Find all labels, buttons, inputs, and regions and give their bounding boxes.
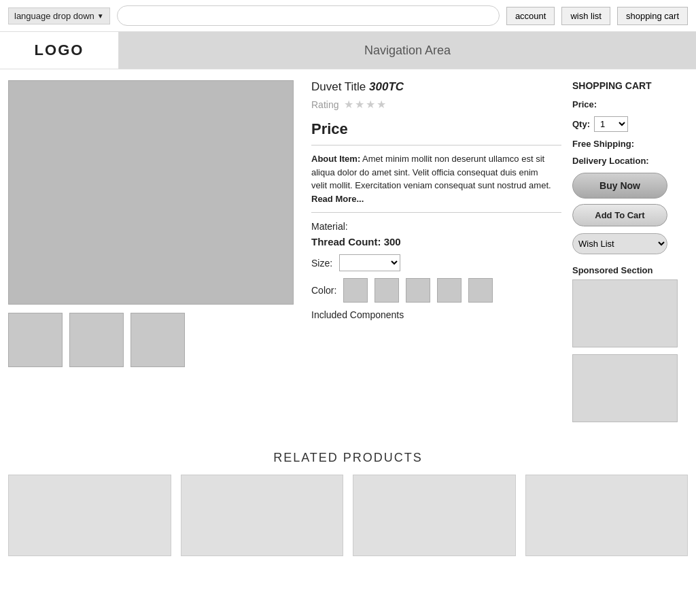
main-product-image — [8, 80, 294, 305]
related-products-title: RELATED PRODUCTS — [8, 451, 688, 465]
included-components: Included Components — [311, 309, 561, 320]
size-select[interactable]: Twin Full Queen King — [339, 254, 400, 271]
sponsored-title: Sponsored Section — [572, 265, 688, 275]
color-swatch-3[interactable] — [406, 278, 430, 303]
sponsored-image-2 — [572, 354, 678, 422]
nav-label: Navigation Area — [364, 44, 451, 58]
related-product-1[interactable] — [8, 475, 171, 556]
free-shipping-label: Free Shipping: — [572, 139, 634, 149]
star-icons: ★★★★ — [344, 98, 387, 111]
chevron-down-icon: ▼ — [97, 12, 104, 20]
wishlist-dropdown[interactable]: Wish List — [572, 233, 667, 254]
delivery-row: Delivery Location: — [572, 156, 688, 166]
about-item-text: About Item: Amet minim mollit non deseru… — [311, 152, 556, 205]
product-images-section — [8, 80, 300, 429]
delivery-label: Delivery Location: — [572, 156, 649, 166]
related-products-section: RELATED PRODUCTS — [0, 440, 696, 570]
color-swatch-1[interactable] — [343, 278, 368, 303]
topbar: language drop down ▼ account wish list s… — [0, 0, 696, 32]
thumbnail-3[interactable] — [130, 313, 185, 367]
wishlist-select[interactable]: Wish List — [573, 234, 667, 254]
size-row: Size: Twin Full Queen King — [311, 254, 561, 271]
color-swatch-4[interactable] — [437, 278, 462, 303]
related-products-grid — [8, 475, 688, 556]
product-title-prefix: Duvet Title — [311, 80, 369, 93]
read-more-link[interactable]: Read More... — [311, 194, 364, 204]
rating-row: Rating ★★★★ — [311, 98, 561, 111]
cart-title: SHOPPING CART — [572, 80, 688, 91]
navigation-area[interactable]: Navigation Area — [119, 32, 696, 69]
price-row: Price: — [572, 99, 688, 109]
color-row: Color: — [311, 278, 561, 303]
about-item-label: About Item: — [311, 154, 360, 164]
quantity-select[interactable]: 1 2 3 4 5 — [594, 116, 628, 132]
rating-label: Rating — [311, 99, 338, 110]
related-product-2[interactable] — [181, 475, 344, 556]
divider — [311, 145, 561, 146]
header: LOGO Navigation Area — [0, 32, 696, 69]
add-to-cart-button[interactable]: Add To Cart — [572, 204, 667, 226]
color-swatch-5[interactable] — [468, 278, 493, 303]
color-label: Color: — [311, 285, 336, 296]
product-details-section: Duvet Title 300TC Rating ★★★★ Price Abou… — [311, 80, 561, 429]
main-content: Duvet Title 300TC Rating ★★★★ Price Abou… — [0, 69, 696, 440]
logo-text: LOGO — [35, 41, 84, 59]
logo: LOGO — [0, 32, 119, 69]
product-title: Duvet Title 300TC — [311, 80, 561, 94]
related-product-3[interactable] — [353, 475, 516, 556]
search-input[interactable] — [117, 5, 500, 26]
product-title-bold: 300TC — [369, 80, 404, 93]
related-product-4[interactable] — [525, 475, 689, 556]
account-button[interactable]: account — [506, 7, 555, 25]
thumbnail-1[interactable] — [8, 313, 63, 367]
thread-count: Thread Count: 300 — [311, 236, 561, 247]
shopping-cart-button[interactable]: shopping cart — [617, 7, 688, 25]
price-label: Price — [311, 120, 561, 138]
sponsored-image-1 — [572, 279, 678, 347]
cart-price-label: Price: — [572, 99, 597, 109]
language-label: language drop down — [14, 11, 94, 21]
free-shipping-row: Free Shipping: — [572, 139, 688, 149]
cart-sidebar: SHOPPING CART Price: Qty: 1 2 3 4 5 Free… — [572, 80, 688, 429]
wishlist-button[interactable]: wish list — [561, 7, 610, 25]
color-swatch-2[interactable] — [375, 278, 399, 303]
qty-row: Qty: 1 2 3 4 5 — [572, 116, 688, 132]
qty-label: Qty: — [572, 119, 590, 129]
divider-2 — [311, 212, 561, 213]
language-dropdown[interactable]: language drop down ▼ — [8, 7, 110, 24]
material-row: Material: — [311, 221, 561, 232]
thumbnail-row — [8, 313, 300, 367]
buy-now-button[interactable]: Buy Now — [572, 173, 667, 199]
thumbnail-2[interactable] — [69, 313, 124, 367]
material-label: Material: — [311, 221, 348, 232]
size-label: Size: — [311, 258, 332, 269]
